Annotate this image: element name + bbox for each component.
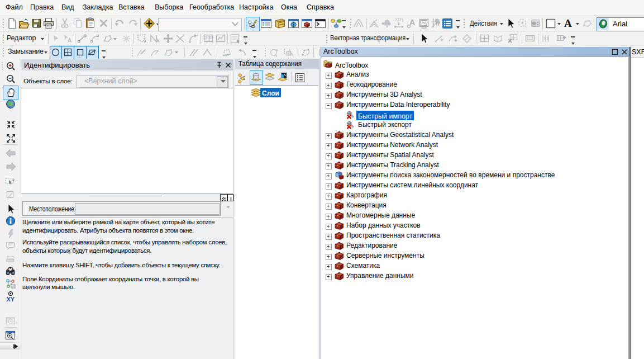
svg-text:A: A [68,37,71,44]
svg-text:7221: 7221 [395,18,404,22]
svg-text:XY: XY [7,296,15,303]
